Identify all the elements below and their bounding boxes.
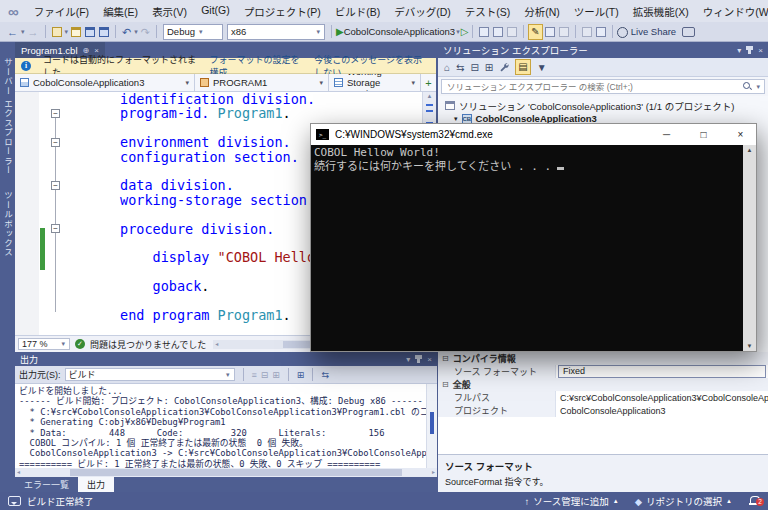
scroll-up-icon[interactable]: ▲ xyxy=(423,93,436,99)
expand-messages-icon[interactable]: ⊞ xyxy=(272,370,280,380)
property-row[interactable]: フルパスC:¥src¥CobolConsoleApplication3¥Cobo… xyxy=(438,391,768,404)
collapse-icon[interactable]: ⊟ xyxy=(442,354,449,363)
collapse-all-icon[interactable]: ⊟ xyxy=(470,62,478,73)
find-in-files-icon[interactable] xyxy=(545,27,555,37)
build-icon[interactable] xyxy=(479,27,489,37)
collapse-icon[interactable]: ⊟ xyxy=(442,380,449,389)
toggle-word-wrap-icon[interactable]: ⇆ xyxy=(321,370,329,380)
menu-item[interactable]: 分析(N) xyxy=(517,4,567,19)
scrollbar-thumb[interactable] xyxy=(70,469,402,476)
console-title-bar[interactable]: >_ C:¥WINDOWS¥system32¥cmd.exe ─ □ × xyxy=(311,124,756,145)
solution-explorer-title-bar[interactable]: ソリューション エクスプローラー ▾ × xyxy=(438,42,768,58)
output-vertical-scrollbar[interactable] xyxy=(426,384,437,468)
pin-icon[interactable] xyxy=(417,355,420,363)
menu-item[interactable]: ファイル(F) xyxy=(27,4,96,19)
navigate-back-icon[interactable]: ← xyxy=(5,23,20,41)
fold-collapse-icon[interactable]: − xyxy=(51,138,60,147)
run-target-label[interactable]: CobolConsoleApplication3 xyxy=(344,26,455,37)
scroll-left-icon[interactable]: ◂ xyxy=(215,340,218,349)
output-horizontal-scrollbar[interactable]: ◂ ▸ xyxy=(15,468,437,477)
find-message-icon[interactable]: ≡ xyxy=(252,370,257,380)
fold-collapse-icon[interactable]: − xyxy=(51,181,60,190)
start-without-debug-icon[interactable]: ▷ xyxy=(461,26,469,37)
configuration-combo[interactable]: Debug ▾ xyxy=(163,24,223,40)
new-dropdown-icon[interactable]: ▾ xyxy=(64,28,70,36)
console-minimize-icon[interactable]: ─ xyxy=(651,129,682,140)
output-title-bar[interactable]: 出力 ▾ × xyxy=(15,352,437,366)
comment-icon[interactable] xyxy=(559,27,569,37)
add-to-source-control-button[interactable]: ↑ ソース管理に追加 ▲ xyxy=(524,494,618,508)
redo-icon[interactable]: ↷ xyxy=(139,23,152,41)
menu-item[interactable]: 表示(V) xyxy=(145,4,194,19)
scrollbar-thumb[interactable] xyxy=(430,412,434,434)
live-share-button[interactable]: Live Share xyxy=(631,26,676,37)
notifications-bell-icon[interactable]: 2 xyxy=(748,495,760,507)
console-maximize-icon[interactable]: □ xyxy=(688,129,719,140)
split-add-button[interactable]: + xyxy=(421,74,436,91)
properties-icon[interactable] xyxy=(499,62,509,72)
scroll-right-icon[interactable]: ▸ xyxy=(432,468,435,477)
tab-output[interactable]: 出力 xyxy=(78,477,114,492)
open-file-icon[interactable] xyxy=(71,27,81,37)
menu-item[interactable]: 編集(E) xyxy=(96,4,145,19)
menu-item[interactable]: デバッグ(D) xyxy=(387,4,458,19)
new-project-icon[interactable] xyxy=(52,27,62,37)
feedback-icon[interactable] xyxy=(682,27,695,37)
type-combo[interactable]: PROGRAM1 ▾ xyxy=(195,74,329,91)
close-panel-icon[interactable]: × xyxy=(758,46,763,55)
menu-item[interactable]: ビルド(B) xyxy=(328,4,388,19)
show-all-files-icon[interactable]: ▤ xyxy=(515,59,530,75)
cmd-console-window[interactable]: >_ C:¥WINDOWS¥system32¥cmd.exe ─ □ × COB… xyxy=(310,123,757,352)
platform-combo[interactable]: x86 ▾ xyxy=(227,24,325,40)
side-tab[interactable]: ツールボックス xyxy=(2,191,14,258)
project-scope-combo[interactable]: CobolConsoleApplication3 ▾ xyxy=(15,74,195,91)
window-position-dropdown-icon[interactable]: ▾ xyxy=(406,355,410,364)
console-scrollbar[interactable]: ▲ ▼ xyxy=(743,145,756,351)
bookmark-icon[interactable] xyxy=(582,27,592,37)
scroll-left-icon[interactable]: ◂ xyxy=(17,468,20,477)
tab-error-list[interactable]: エラー一覧 xyxy=(15,477,78,492)
expander-icon[interactable]: ▾ xyxy=(454,115,458,123)
save-icon[interactable] xyxy=(85,27,95,37)
side-tab[interactable]: サーバー エクスプローラー xyxy=(2,58,14,175)
sync-with-active-icon[interactable]: ⊞ xyxy=(485,62,493,73)
solution-search-input[interactable] xyxy=(445,81,743,93)
console-output[interactable]: COBOL Hellow World!続行するには何かキーを押してください . … xyxy=(311,145,743,351)
edit-mode-icon[interactable]: ✎ xyxy=(528,24,542,40)
clear-all-icon[interactable]: ⊞ xyxy=(297,370,305,380)
start-debug-icon[interactable]: ▶ xyxy=(336,26,344,37)
fold-collapse-icon[interactable]: − xyxy=(51,109,60,118)
fold-collapse-icon[interactable]: − xyxy=(51,224,60,233)
menu-item[interactable]: ツール(T) xyxy=(567,4,626,19)
build-solution-icon[interactable] xyxy=(493,27,503,37)
property-row[interactable]: プロジェクトCobolConsoleApplication3 xyxy=(438,404,768,417)
save-all-icon[interactable] xyxy=(99,27,109,37)
break-all-icon[interactable] xyxy=(507,27,517,37)
scroll-down-icon[interactable]: ▼ xyxy=(747,343,753,349)
menu-item[interactable]: 拡張機能(X) xyxy=(626,4,696,19)
window-position-dropdown-icon[interactable]: ▾ xyxy=(737,46,741,55)
property-row[interactable]: ソース フォーマットFixed xyxy=(438,365,768,378)
solution-node[interactable]: ソリューション 'CobolConsoleApplication3' (1/1 … xyxy=(438,99,768,112)
menu-item[interactable]: テスト(S) xyxy=(458,4,518,19)
console-close-icon[interactable]: × xyxy=(725,129,756,140)
home-icon[interactable]: ⌂ xyxy=(444,62,450,73)
navigate-forward-icon[interactable]: → xyxy=(26,23,41,41)
pin-icon[interactable] xyxy=(748,46,751,54)
menu-item[interactable]: プロジェクト(P) xyxy=(237,4,328,19)
member-combo[interactable]: Working-Storage Section ▾ xyxy=(329,74,421,91)
menu-item[interactable]: ウィンドウ(W) xyxy=(696,4,768,19)
zoom-level-combo[interactable]: 177 % ▾ xyxy=(18,338,70,350)
undo-icon[interactable]: ↶ xyxy=(120,23,133,41)
close-panel-icon[interactable]: × xyxy=(427,355,432,364)
indent-icon[interactable] xyxy=(596,27,606,37)
scroll-up-icon[interactable]: ▲ xyxy=(747,147,753,153)
output-log[interactable]: ビルドを開始しました...------ ビルド開始: プロジェクト: Cobol… xyxy=(15,384,437,468)
output-source-combo[interactable]: ビルド ▾ xyxy=(65,368,235,381)
collapse-messages-icon[interactable]: ⊟ xyxy=(261,370,269,380)
solution-search-box[interactable]: ▾ xyxy=(441,79,765,94)
menu-item[interactable]: Git(G) xyxy=(194,4,237,19)
select-repository-button[interactable]: ◆ リポジトリの選択 ▲ xyxy=(635,494,732,508)
breakpoint-margin[interactable] xyxy=(15,92,39,335)
filter-icon[interactable]: ▼ xyxy=(537,62,547,73)
